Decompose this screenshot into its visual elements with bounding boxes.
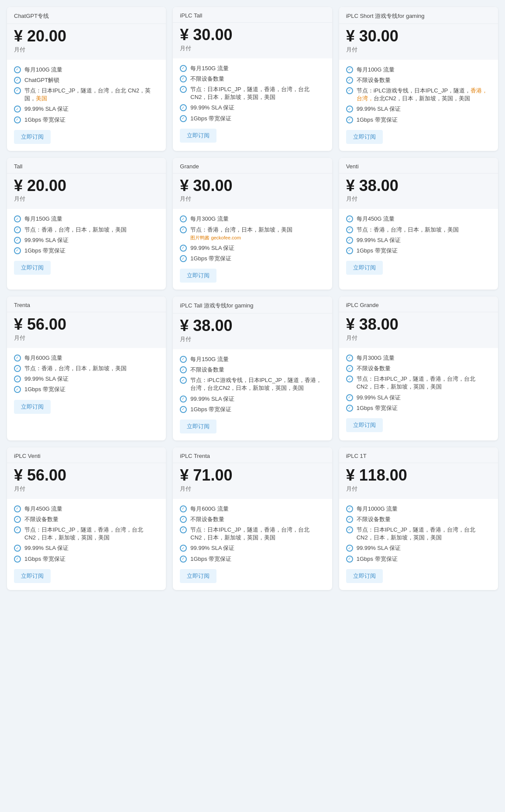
feature-text: 1Gbps 带宽保证 [357,555,398,563]
list-item: 每月450G 流量 [346,215,491,223]
list-item: 1Gbps 带宽保证 [14,247,159,255]
list-item: 不限设备数量 [346,515,491,523]
list-item: 每月1000G 流量 [346,505,491,513]
list-item: 不限设备数量 [180,75,325,83]
list-item: 每月300G 流量 [180,215,325,223]
card-iplc-1t: iPLC 1T¥ 118.00月付每月1000G 流量不限设备数量节点：日本IP… [339,447,498,590]
list-item: 节点：香港，台湾，日本，新加坡，美国 [346,226,491,234]
feature-text: 每月100G 流量 [24,66,62,74]
card-price-iplc-grande: ¥ 38.00 [346,316,491,333]
check-icon [346,226,353,233]
card-period-grande: 月付 [180,195,325,203]
card-price-iplc-trenta: ¥ 71.00 [180,467,325,484]
order-button-iplc-tall[interactable]: 立即订阅 [180,129,216,143]
card-period-iplc-trenta: 月付 [180,485,325,493]
check-icon [14,77,21,84]
card-venti: Venti¥ 38.00月付每月450G 流量节点：香港，台湾，日本，新加坡，美… [339,158,498,290]
order-button-iplc-venti[interactable]: 立即订阅 [14,569,51,583]
order-button-iplc-1t[interactable]: 立即订阅 [346,569,383,583]
check-icon [14,545,21,552]
card-period-iplc-tall-gaming: 月付 [180,335,325,343]
list-item: 99.99% SLA 保证 [180,544,325,552]
order-button-venti[interactable]: 立即订阅 [346,261,383,275]
list-item: 节点：日本IPLC_JP，隧道，香港，台湾，台北CN2，日本，新加坡，英国，美国 [180,526,325,542]
check-icon [14,87,21,94]
card-body-trenta: 每月600G 流量节点：香港，台湾，日本，新加坡，美国99.99% SLA 保证… [7,348,166,421]
card-price-grande: ¥ 30.00 [180,177,325,194]
check-icon [14,505,21,512]
card-price-chatgpt: ¥ 20.00 [14,27,159,45]
order-button-iplc-short-gaming[interactable]: 立即订阅 [346,130,383,144]
card-title-iplc-trenta: iPLC Trenta [173,447,332,463]
check-icon [180,556,187,563]
check-icon [346,116,353,123]
feature-text: 1Gbps 带宽保证 [24,386,65,393]
check-icon [180,366,187,373]
check-icon [346,215,353,222]
check-icon [346,505,353,512]
check-icon [346,106,353,113]
check-icon [346,237,353,244]
check-icon [346,365,353,372]
check-icon [346,516,353,523]
check-icon [180,396,187,403]
list-item: 节点：iPLC游戏专线，日本IPLC_JP，隧道，香港，台湾，台北CN2，日本，… [180,376,325,392]
card-price-iplc-short-gaming: ¥ 30.00 [346,27,491,45]
card-period-trenta: 月付 [14,334,159,342]
feature-text: 99.99% SLA 保证 [24,236,69,244]
feature-list-iplc-grande: 每月300G 流量不限设备数量节点：日本IPLC_JP，隧道，香港，台湾，台北C… [346,354,491,412]
list-item: 不限设备数量 [346,365,491,372]
card-body-chatgpt: 每月100G 流量ChatGPT解锁节点：日本IPLC_JP，隧道，台湾，台北 … [7,60,166,151]
feature-text: 节点：香港，台湾，日本，新加坡，美国 [24,226,127,234]
check-icon [14,116,21,123]
list-item: 节点：香港，台湾，日本，新加坡，美国 [14,365,159,372]
feature-text: 1Gbps 带宽保证 [24,116,65,124]
list-item: 节点：日本IPLC_JP，隧道，香港，台湾，台北CN2，日本，新加坡，英国，美国 [346,375,491,391]
card-title-iplc-1t: iPLC 1T [339,447,498,463]
order-button-iplc-trenta[interactable]: 立即订阅 [180,569,216,583]
card-body-iplc-grande: 每月300G 流量不限设备数量节点：日本IPLC_JP，隧道，香港，台湾，台北C… [339,348,498,439]
feature-list-venti: 每月450G 流量节点：香港，台湾，日本，新加坡，美国99.99% SLA 保证… [346,215,491,255]
order-button-iplc-tall-gaming[interactable]: 立即订阅 [180,420,216,433]
feature-text: 99.99% SLA 保证 [190,244,234,252]
check-icon [14,365,21,372]
list-item: 每月600G 流量 [14,354,159,362]
check-icon [346,77,353,84]
check-icon [346,355,353,362]
list-item: 1Gbps 带宽保证 [346,116,491,124]
check-icon [180,356,187,363]
feature-text: 每月600G 流量 [190,505,228,513]
card-price-iplc-venti: ¥ 56.00 [14,467,159,484]
check-icon [14,215,21,222]
list-item: 不限设备数量 [14,515,159,523]
card-price-section-iplc-1t: ¥ 118.00月付 [339,463,498,499]
feature-text: 节点：香港，台湾，日本，新加坡，美国 [24,365,127,372]
list-item: 99.99% SLA 保证 [14,375,159,383]
feature-list-trenta: 每月600G 流量节点：香港，台湾，日本，新加坡，美国99.99% SLA 保证… [14,354,159,394]
card-title-tall: Tall [7,158,166,174]
card-title-iplc-venti: iPLC Venti [7,447,166,463]
feature-text: 每月450G 流量 [357,215,395,223]
list-item: 节点：香港，台湾，日本，新加坡，美国图片鸭酱 geckofee.com [180,226,325,242]
feature-list-iplc-tall-gaming: 每月150G 流量不限设备数量节点：iPLC游戏专线，日本IPLC_JP，隧道，… [180,355,325,413]
feature-list-tall: 每月150G 流量节点：香港，台湾，日本，新加坡，美国99.99% SLA 保证… [14,215,159,255]
order-button-trenta[interactable]: 立即订阅 [14,400,51,414]
list-item: 节点：香港，台湾，日本，新加坡，美国 [14,226,159,234]
list-item: 节点：日本IPLC_JP，隧道，香港，台湾，台北CN2，日本，新加坡，英国，美国 [14,526,159,542]
feature-text: 99.99% SLA 保证 [24,105,69,113]
list-item: 1Gbps 带宽保证 [346,404,491,412]
order-button-iplc-grande[interactable]: 立即订阅 [346,418,383,432]
card-title-grande: Grande [173,158,332,174]
list-item: 1Gbps 带宽保证 [346,247,491,255]
order-button-grande[interactable]: 立即订阅 [180,269,216,283]
check-icon [346,247,353,254]
order-button-tall[interactable]: 立即订阅 [14,261,51,275]
feature-text: 每月100G 流量 [357,66,395,74]
feature-text: 1Gbps 带宽保证 [24,555,65,563]
card-chatgpt: ChatGPT专线¥ 20.00月付每月100G 流量ChatGPT解锁节点：日… [7,7,166,151]
card-price-section-grande: ¥ 30.00月付 [173,174,332,209]
list-item: 1Gbps 带宽保证 [346,555,491,563]
feature-text: 1Gbps 带宽保证 [190,115,231,123]
card-price-section-venti: ¥ 38.00月付 [339,174,498,209]
order-button-chatgpt[interactable]: 立即订阅 [14,130,51,144]
